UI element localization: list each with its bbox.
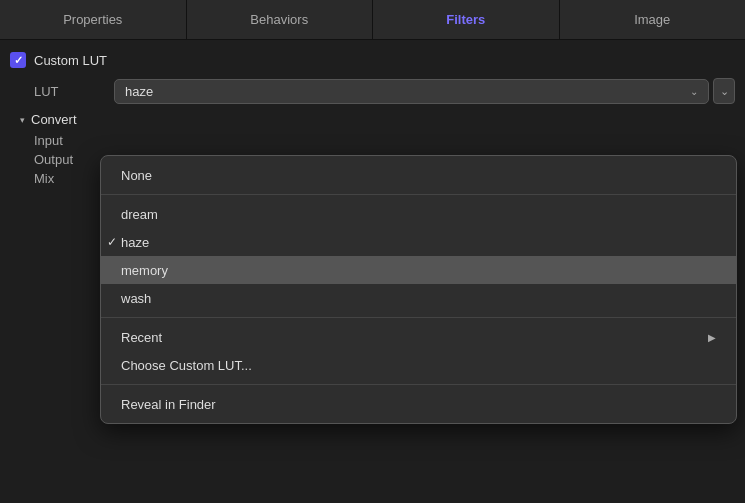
submenu-arrow-icon: ▶	[708, 332, 716, 343]
menu-section-luts: dream ✓ haze memory wash	[101, 195, 736, 318]
menu-section-actions: Recent ▶ Choose Custom LUT...	[101, 318, 736, 385]
menu-item-none[interactable]: None	[101, 161, 736, 189]
lut-label: LUT	[34, 84, 114, 99]
tab-bar: PropertiesBehaviorsFiltersImage	[0, 0, 745, 40]
menu-section-none: None	[101, 156, 736, 195]
panel: Custom LUT LUT haze ⌄ ⌄ ▾ Convert Input …	[0, 40, 745, 202]
wash-label: wash	[121, 291, 151, 306]
dream-label: dream	[121, 207, 158, 222]
menu-item-recent[interactable]: Recent ▶	[101, 323, 736, 351]
custom-lut-checkbox[interactable]	[10, 52, 26, 68]
triangle-down-icon: ▾	[20, 115, 25, 125]
none-label: None	[121, 168, 152, 183]
tab-filters[interactable]: Filters	[373, 0, 560, 39]
recent-label: Recent	[121, 330, 162, 345]
chevron-down-icon: ⌄	[690, 86, 698, 97]
tab-properties[interactable]: Properties	[0, 0, 187, 39]
menu-item-choose-custom[interactable]: Choose Custom LUT...	[101, 351, 736, 379]
dropdown-menu: None dream ✓ haze memory wash Recent ▶	[100, 155, 737, 424]
lut-arrow-button[interactable]: ⌄	[713, 78, 735, 104]
reveal-finder-label: Reveal in Finder	[121, 397, 216, 412]
menu-item-haze[interactable]: ✓ haze	[101, 228, 736, 256]
menu-item-reveal-finder[interactable]: Reveal in Finder	[101, 390, 736, 418]
arrow-icon: ⌄	[720, 85, 729, 98]
lut-dropdown[interactable]: haze ⌄	[114, 79, 709, 104]
custom-lut-label: Custom LUT	[34, 53, 107, 68]
menu-item-memory[interactable]: memory	[101, 256, 736, 284]
custom-lut-row: Custom LUT	[10, 52, 735, 68]
convert-header[interactable]: ▾ Convert	[20, 112, 735, 127]
menu-item-dream[interactable]: dream	[101, 200, 736, 228]
memory-label: memory	[121, 263, 168, 278]
checkmark-icon: ✓	[107, 235, 117, 249]
lut-dropdown-wrapper: haze ⌄ ⌄	[114, 78, 735, 104]
input-label: Input	[34, 133, 114, 148]
menu-section-reveal: Reveal in Finder	[101, 385, 736, 423]
tab-behaviors[interactable]: Behaviors	[187, 0, 374, 39]
menu-item-wash[interactable]: wash	[101, 284, 736, 312]
input-row: Input	[20, 133, 735, 148]
convert-label: Convert	[31, 112, 77, 127]
lut-row: LUT haze ⌄ ⌄	[10, 78, 735, 104]
tab-image[interactable]: Image	[560, 0, 746, 39]
haze-label: haze	[121, 235, 149, 250]
lut-dropdown-value: haze	[125, 84, 153, 99]
choose-custom-label: Choose Custom LUT...	[121, 358, 252, 373]
